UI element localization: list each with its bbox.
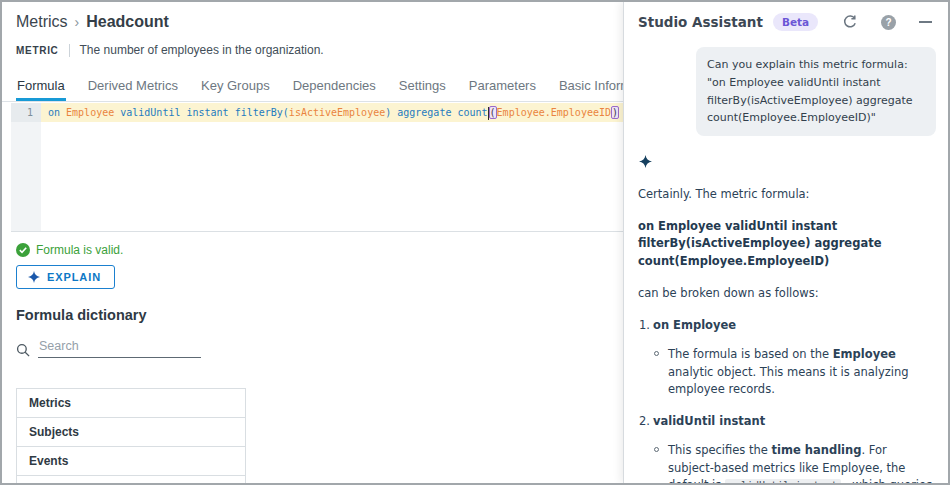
meta-divider	[69, 44, 70, 57]
search-icon	[16, 343, 31, 358]
tab-derived-metrics[interactable]: Derived Metrics	[87, 76, 179, 101]
formula-code-line[interactable]: on Employee validUntil instant filterBy(…	[41, 103, 623, 122]
dictionary-list: Metrics Subjects Events	[16, 388, 246, 483]
dictionary-item-subjects[interactable]: Subjects	[17, 418, 245, 447]
tab-settings[interactable]: Settings	[398, 76, 447, 101]
editor-gutter: 1	[11, 103, 41, 231]
assistant-header: Studio Assistant Beta ?	[624, 2, 948, 39]
response-breakdown-intro: can be broken down as follows:	[638, 285, 934, 302]
tab-formula[interactable]: Formula	[16, 76, 66, 101]
help-icon: ?	[881, 15, 896, 30]
dictionary-item-events[interactable]: Events	[17, 447, 245, 476]
explain-button[interactable]: EXPLAIN	[16, 265, 115, 289]
response-formula: on Employee validUntil instant filterBy(…	[638, 218, 934, 271]
tab-parameters[interactable]: Parameters	[468, 76, 537, 101]
dictionary-item-metrics[interactable]: Metrics	[17, 389, 245, 418]
bullet-circle-icon	[654, 351, 659, 356]
tab-bar: Formula Derived Metrics Key Groups Depen…	[2, 76, 623, 102]
assistant-response-marker	[639, 153, 948, 172]
studio-assistant-panel: Studio Assistant Beta ? Can you explain …	[623, 2, 948, 483]
breakdown-title: validUntil instant	[653, 414, 765, 428]
minimize-icon	[919, 21, 932, 23]
explain-button-label: EXPLAIN	[47, 271, 101, 283]
assistant-header-actions: ?	[842, 14, 932, 30]
metric-description: The number of employees in the organizat…	[80, 43, 324, 57]
metric-type-label: METRIC	[16, 45, 59, 56]
formula-code-editor[interactable]: 1 on Employee validUntil instant filterB…	[11, 103, 623, 232]
formula-dictionary-title: Formula dictionary	[16, 307, 147, 323]
minimize-button[interactable]	[919, 21, 932, 23]
refresh-icon	[842, 14, 858, 30]
refresh-button[interactable]	[842, 14, 858, 30]
breadcrumb-metrics-link[interactable]: Metrics	[16, 13, 68, 30]
assistant-title: Studio Assistant	[638, 14, 763, 30]
breakdown-item-2: 2.validUntil instant This specifies the …	[639, 413, 934, 483]
dictionary-item-clipped	[17, 476, 245, 483]
breakdown-number: 1.	[639, 318, 650, 332]
line-number: 1	[11, 103, 41, 122]
sparkle-icon	[28, 271, 40, 283]
breadcrumb-separator-icon: ›	[75, 14, 80, 30]
validation-message: Formula is valid.	[36, 243, 123, 257]
tab-key-groups[interactable]: Key Groups	[200, 76, 271, 101]
response-intro: Certainly. The metric formula:	[638, 186, 934, 203]
breakdown-item-1: 1.on Employee The formula is based on th…	[639, 317, 934, 398]
breakdown-detail-row: This specifies the time handling. For su…	[654, 442, 934, 483]
bullet-circle-icon	[654, 447, 659, 452]
breadcrumb: Metrics›Headcount	[16, 13, 169, 31]
app-window: Metrics›Headcount METRIC The number of e…	[0, 0, 950, 485]
assistant-response: Certainly. The metric formula: on Employ…	[624, 186, 948, 483]
tab-dependencies[interactable]: Dependencies	[292, 76, 377, 101]
tab-basic-information[interactable]: Basic Information	[558, 76, 623, 101]
validation-status: Formula is valid.	[16, 243, 123, 257]
breakdown-detail: This specifies the time handling. For su…	[668, 442, 934, 483]
check-circle-icon	[16, 243, 30, 257]
breakdown-number: 2.	[639, 414, 650, 428]
search-input[interactable]	[38, 337, 201, 358]
user-message-bubble: Can you explain this metric formula: "on…	[696, 47, 936, 136]
beta-badge: Beta	[773, 13, 818, 31]
breakdown-detail: The formula is based on the Employee ana…	[668, 346, 934, 398]
metric-meta-row: METRIC The number of employees in the or…	[16, 43, 324, 57]
dictionary-search	[16, 337, 201, 358]
breakdown-detail-row: The formula is based on the Employee ana…	[654, 346, 934, 398]
assistant-sparkle-icon	[639, 155, 652, 168]
page-title: Headcount	[86, 13, 169, 30]
breakdown-title: on Employee	[653, 318, 736, 332]
metric-editor-pane: Metrics›Headcount METRIC The number of e…	[2, 2, 623, 483]
help-button[interactable]: ?	[881, 15, 896, 30]
